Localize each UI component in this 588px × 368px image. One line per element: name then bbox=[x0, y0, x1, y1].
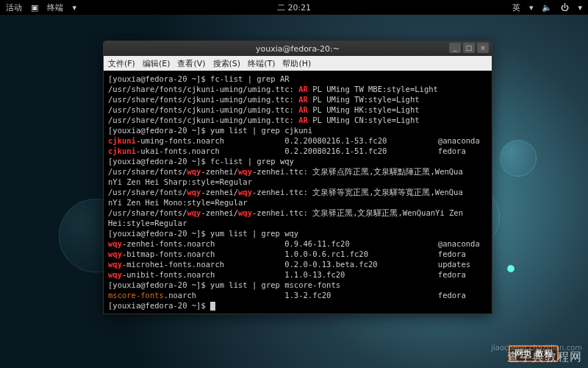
terminal-menubar: 文件(F) 编辑(E) 查看(V) 搜索(S) 终端(T) 帮助(H) bbox=[104, 56, 492, 71]
volume-icon[interactable]: 🔈 bbox=[542, 3, 552, 13]
close-button[interactable]: × bbox=[477, 43, 489, 53]
chevron-down-icon: ▾ bbox=[529, 3, 534, 13]
menu-file[interactable]: 文件(F) bbox=[108, 58, 135, 69]
terminal-app-icon: ▣ bbox=[31, 3, 38, 13]
chevron-down-icon: ▾ bbox=[578, 3, 582, 13]
window-title: youxia@fedora-20:~ bbox=[256, 44, 340, 54]
menu-search[interactable]: 搜索(S) bbox=[213, 58, 241, 69]
chevron-down-icon: ▾ bbox=[72, 3, 76, 13]
power-icon[interactable]: ⏻ bbox=[561, 3, 569, 13]
gnome-top-bar: 活动 ▣ 终端 ▾ 二 20:21 英 ▾ 🔈 ⏻ ▾ bbox=[0, 0, 588, 15]
terminal-body[interactable]: [youxia@fedora-20 ~]$ fc-list | grep AR … bbox=[104, 71, 492, 314]
menu-terminal[interactable]: 终端(T) bbox=[248, 58, 275, 69]
menu-view[interactable]: 查看(V) bbox=[177, 58, 205, 69]
input-language[interactable]: 英 bbox=[512, 2, 520, 13]
wallpaper-bubble bbox=[507, 265, 514, 272]
terminal-window: youxia@fedora-20:~ _ □ × 文件(F) 编辑(E) 查看(… bbox=[103, 40, 492, 314]
app-menu[interactable]: 终端 bbox=[47, 2, 63, 13]
minimize-button[interactable]: _ bbox=[449, 43, 461, 53]
wallpaper-bubble bbox=[500, 140, 537, 177]
maximize-button[interactable]: □ bbox=[463, 43, 475, 53]
menu-edit[interactable]: 编辑(E) bbox=[143, 58, 171, 69]
activities-button[interactable]: 活动 bbox=[6, 2, 22, 13]
menu-help[interactable]: 帮助(H) bbox=[282, 58, 311, 69]
window-titlebar[interactable]: youxia@fedora-20:~ _ □ × bbox=[104, 41, 492, 56]
clock[interactable]: 二 20:21 bbox=[277, 2, 311, 13]
watermark-main: 查字典教程网 bbox=[507, 350, 582, 365]
